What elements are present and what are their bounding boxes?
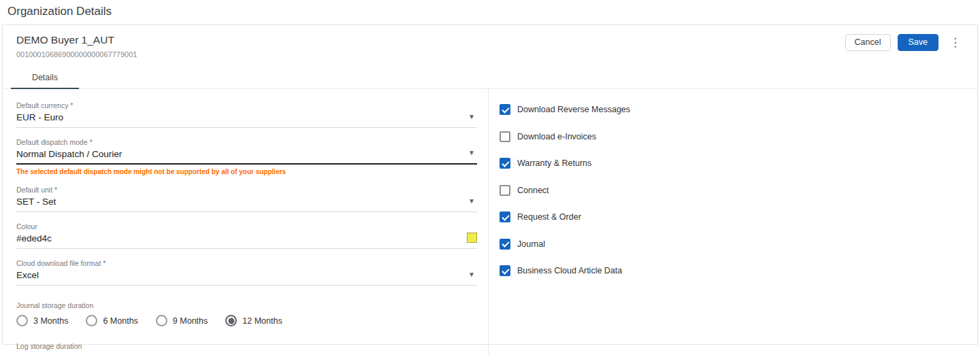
- dispatch-mode-warning: The selected default dispatch mode might…: [16, 168, 477, 175]
- kebab-menu-icon[interactable]: ⋮: [945, 35, 965, 50]
- checkbox-icon: [500, 212, 510, 222]
- cloud-download-format-select[interactable]: Cloud download file format * Excel ▼: [16, 259, 477, 286]
- org-info: DEMO Buyer 1_AUT 00100010686900000000067…: [16, 34, 137, 58]
- details-content: Default currency * EUR - Euro ▼ Default …: [3, 89, 977, 355]
- radio-label: 3 Months: [33, 316, 68, 326]
- colour-field[interactable]: Colour #eded4c: [16, 222, 477, 249]
- cloud-download-format-value: Excel: [16, 270, 477, 280]
- radio-journal-3-months[interactable]: 3 Months: [16, 315, 68, 326]
- checkbox-icon: [500, 104, 510, 115]
- journal-storage-options: 3 Months 6 Months 9 Months 12 Months: [16, 315, 477, 326]
- radio-journal-9-months[interactable]: 9 Months: [156, 315, 208, 326]
- checkbox-label: Download e-Invoices: [517, 132, 596, 141]
- tabs-bar: Details: [3, 67, 977, 89]
- checkbox-icon: [500, 239, 510, 250]
- default-unit-label: Default unit *: [16, 186, 477, 194]
- checkbox-label: Request & Order: [517, 212, 581, 222]
- radio-icon: [156, 315, 167, 326]
- header-actions: Cancel Save ⋮: [845, 34, 965, 51]
- checkbox-label: Connect: [517, 186, 549, 195]
- checkbox-label: Download Reverse Messages: [517, 105, 630, 114]
- chevron-down-icon[interactable]: ▼: [468, 149, 475, 156]
- default-currency-select[interactable]: Default currency * EUR - Euro ▼: [16, 101, 477, 128]
- org-name: DEMO Buyer 1_AUT: [16, 34, 137, 46]
- journal-storage-duration-group: Journal storage duration 3 Months 6 Mont…: [16, 301, 477, 326]
- organization-card: DEMO Buyer 1_AUT 00100010686900000000067…: [2, 24, 978, 345]
- checkbox-label: Business Cloud Article Data: [517, 266, 622, 275]
- card-header: DEMO Buyer 1_AUT 00100010686900000000067…: [3, 25, 977, 58]
- chevron-down-icon[interactable]: ▼: [468, 197, 475, 205]
- tab-details-label: Details: [32, 73, 58, 82]
- default-dispatch-mode-value: Normal Dispatch / Courier: [16, 149, 477, 159]
- log-storage-duration-label: Log storage duration: [16, 342, 477, 350]
- checkbox-icon: [500, 158, 510, 169]
- radio-label: 9 Months: [173, 316, 208, 326]
- page-title: Organization Details: [7, 5, 973, 18]
- checkbox-label: Journal: [517, 239, 545, 249]
- radio-label: 6 Months: [103, 316, 137, 326]
- cancel-button[interactable]: Cancel: [845, 34, 891, 51]
- settings-column: Default currency * EUR - Euro ▼ Default …: [3, 89, 489, 355]
- radio-icon: [86, 315, 97, 326]
- radio-icon: [16, 315, 28, 326]
- checkbox-warranty-returns[interactable]: Warranty & Returns: [500, 158, 977, 169]
- default-currency-label: Default currency *: [16, 101, 477, 109]
- checkbox-download-e-invoices[interactable]: Download e-Invoices: [500, 131, 977, 142]
- default-unit-select[interactable]: Default unit * SET - Set ▼: [16, 186, 477, 212]
- log-storage-duration-group: Log storage duration 3 Months 6 Months 9…: [16, 342, 477, 355]
- checkbox-download-reverse-messages[interactable]: Download Reverse Messages: [500, 104, 977, 115]
- colour-label: Colour: [16, 222, 477, 231]
- cloud-download-format-label: Cloud download file format *: [16, 259, 477, 267]
- colour-value: #eded4c: [16, 233, 477, 243]
- default-currency-value: EUR - Euro: [16, 112, 477, 122]
- save-button[interactable]: Save: [898, 34, 939, 51]
- modules-column: Download Reverse Messages Download e-Inv…: [489, 89, 977, 355]
- checkbox-request-order[interactable]: Request & Order: [500, 212, 977, 222]
- checkbox-icon: [500, 131, 510, 142]
- radio-label: 12 Months: [242, 316, 282, 326]
- chevron-down-icon[interactable]: ▼: [468, 113, 475, 120]
- radio-journal-12-months[interactable]: 12 Months: [225, 315, 282, 326]
- checkbox-icon: [500, 265, 510, 276]
- checkbox-label: Warranty & Returns: [517, 158, 591, 168]
- checkbox-icon: [500, 185, 510, 196]
- checkbox-journal[interactable]: Journal: [500, 239, 977, 250]
- tab-details[interactable]: Details: [11, 67, 79, 89]
- default-dispatch-mode-label: Default dispatch mode *: [16, 138, 477, 146]
- default-dispatch-mode-select[interactable]: Default dispatch mode * Normal Dispatch …: [16, 138, 477, 165]
- chevron-down-icon[interactable]: ▼: [468, 271, 475, 278]
- journal-storage-duration-label: Journal storage duration: [16, 301, 477, 309]
- checkbox-connect[interactable]: Connect: [500, 185, 977, 196]
- radio-journal-6-months[interactable]: 6 Months: [86, 315, 137, 326]
- page-header: Organization Details: [0, 0, 980, 22]
- checkbox-business-cloud-article-data[interactable]: Business Cloud Article Data: [500, 265, 977, 276]
- radio-icon: [225, 315, 237, 326]
- default-unit-value: SET - Set: [16, 197, 477, 207]
- color-swatch[interactable]: [467, 233, 477, 243]
- org-id: 00100010686900000000067779001: [16, 50, 137, 58]
